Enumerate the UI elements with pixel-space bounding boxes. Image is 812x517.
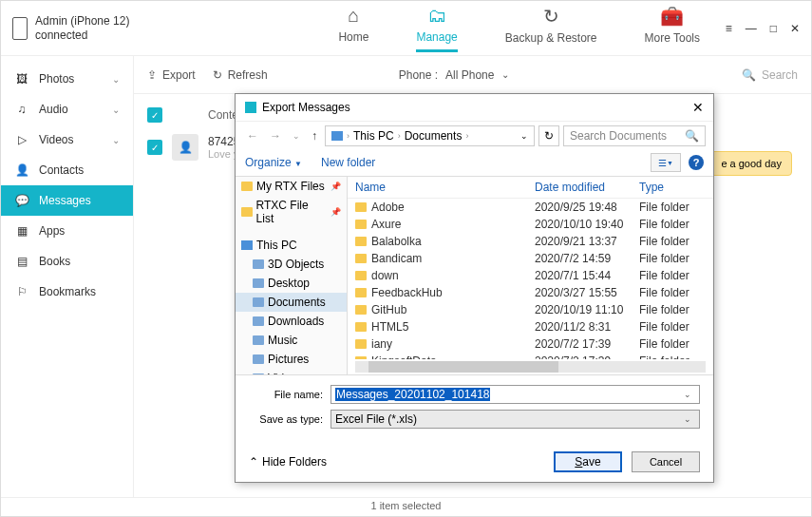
chevron-down-icon[interactable]: ⌄ [680,414,695,424]
file-row[interactable]: down2020/7/1 15:44File folder [348,267,713,284]
save-button[interactable]: Save [554,451,622,472]
sidebar-item-videos[interactable]: ▷Videos⌄ [1,124,133,155]
chevron-down-icon: ⌄ [501,69,509,80]
chevron-down-icon: ⌄ [112,105,120,115]
column-date[interactable]: Date modified [535,181,639,194]
tab-backup-restore[interactable]: ↻Backup & Restore [505,5,597,52]
close-icon[interactable]: ✕ [790,22,800,35]
forward-icon[interactable]: → [266,129,285,143]
sidebar-item-bookmarks[interactable]: ⚐Bookmarks [1,277,133,307]
pin-icon: 📌 [330,207,341,217]
file-row[interactable]: KingsoftData2020/7/2 17:39File folder [348,353,713,359]
folder-icon [253,259,264,269]
tab-icon: 🗂 [427,5,446,27]
close-icon[interactable]: ✕ [692,100,704,115]
file-row[interactable]: HTML52020/11/2 8:31File folder [348,318,713,335]
back-icon[interactable]: ← [243,129,262,143]
file-row[interactable]: Axure2020/10/10 19:40File folder [348,216,713,233]
breadcrumb[interactable]: › This PC › Documents › ⌄ [325,125,535,146]
cancel-button[interactable]: Cancel [632,451,700,472]
file-row[interactable]: iany2020/7/2 17:39File folder [348,335,713,353]
sidebar-item-messages[interactable]: 💬Messages [1,185,133,216]
checkbox[interactable]: ✓ [147,140,162,155]
file-row[interactable]: Bandicam2020/7/2 14:59File folder [348,250,713,267]
dialog-nav: ← → ⌄ ↑ › This PC › Documents › ⌄ ↻ Sear… [236,121,713,149]
tree-item[interactable]: Desktop [236,274,347,293]
status-bar: 1 item selected [1,497,811,516]
sidebar-item-audio[interactable]: ♫Audio⌄ [1,94,133,124]
checkbox[interactable]: ✓ [147,107,162,123]
organize-button[interactable]: Organize ▼ [245,156,302,169]
books-icon: ▤ [14,255,29,268]
toolbar: ⇪Export ↻Refresh Phone : All Phone ⌄ 🔍 S… [134,56,811,94]
pc-icon [331,131,343,141]
tree-item[interactable]: Videos [236,369,347,374]
column-name[interactable]: Name [355,181,535,194]
up-icon[interactable]: ↑ [308,129,321,143]
refresh-button[interactable]: ↻Refresh [213,68,268,82]
file-row[interactable]: Balabolka2020/9/21 13:37File folder [348,233,713,250]
sidebar-item-books[interactable]: ▤Books [1,246,133,277]
saveas-select[interactable]: Excel File (*.xls)⌄ [330,410,700,429]
sidebar-item-contacts[interactable]: 👤Contacts [1,155,133,185]
search-input[interactable]: 🔍 Search [742,68,798,82]
dialog-title: Export Messages [262,101,350,114]
folder-icon [253,278,264,288]
folder-icon [253,335,264,345]
folder-icon [355,356,367,359]
chevron-down-icon[interactable]: ⌄ [680,390,695,399]
folder-icon [355,202,367,212]
phone-select[interactable]: Phone : All Phone ⌄ [399,68,510,82]
sidebar-item-photos[interactable]: 🖼Photos⌄ [1,64,133,94]
tree-item[interactable]: 3D Objects [236,255,347,274]
chevron-down-icon[interactable]: ⌄ [520,131,528,141]
phone-icon [12,17,28,40]
scrollbar[interactable] [355,361,706,373]
help-icon[interactable]: ? [689,155,704,170]
dialog-titlebar: Export Messages ✕ [236,94,713,121]
file-row[interactable]: GitHub2020/10/19 11:10File folder [348,301,713,318]
nav-tree: My RTX Files📌RTXC File List📌This PC3D Ob… [236,177,348,374]
folder-icon [355,322,367,332]
tab-home[interactable]: ⌂Home [338,5,368,52]
export-icon: ⇪ [147,68,157,82]
folder-icon [355,339,367,349]
view-mode-button[interactable]: ☰ ▼ [651,153,681,172]
videos-icon: ▷ [14,133,29,146]
minimize-icon[interactable]: — [746,22,757,35]
new-folder-button[interactable]: New folder [321,156,375,169]
avatar: 👤 [172,134,198,161]
export-button[interactable]: ⇪Export [147,68,196,82]
column-type[interactable]: Type [639,181,706,194]
hide-folders-button[interactable]: ⌃Hide Folders [249,455,327,469]
menu-icon[interactable]: ≡ [726,22,732,35]
file-row[interactable]: FeedbackHub2020/3/27 15:55File folder [348,284,713,301]
messages-icon: 💬 [14,194,29,207]
tree-item[interactable]: RTXC File List📌 [236,196,347,228]
folder-icon [253,373,264,374]
chevron-down-icon[interactable]: ⌄ [289,131,304,141]
tree-item[interactable]: Pictures [236,350,347,369]
window-controls: ≡ — □ ✕ [726,22,800,35]
folder-icon [241,182,253,191]
file-row[interactable]: Adobe2020/9/25 19:48File folder [348,199,713,216]
tab-manage[interactable]: 🗂Manage [416,5,457,52]
tab-more-tools[interactable]: 🧰More Tools [645,5,700,52]
tree-item[interactable]: Music [236,331,347,350]
tab-icon: 🧰 [660,5,684,28]
sidebar-item-apps[interactable]: ▦Apps [1,216,133,246]
chevron-down-icon: ⌄ [112,74,120,85]
photos-icon: 🖼 [14,72,29,86]
tree-item[interactable]: Downloads [236,312,347,331]
tree-item[interactable]: Documents [236,293,347,312]
refresh-icon[interactable]: ↻ [538,125,559,146]
file-list: Name Date modified Type Adobe2020/9/25 1… [348,177,713,374]
folder-icon [253,297,264,307]
tab-icon: ⌂ [348,5,359,27]
maximize-icon[interactable]: □ [770,22,777,35]
search-input[interactable]: Search Documents 🔍 [563,125,706,146]
device-name: Admin (iPhone 12) [35,14,129,28]
tree-item-this-pc[interactable]: This PC [236,236,347,255]
tree-item[interactable]: My RTX Files📌 [236,177,347,196]
filename-input[interactable]: Messages_20201102_101418⌄ [330,385,700,404]
